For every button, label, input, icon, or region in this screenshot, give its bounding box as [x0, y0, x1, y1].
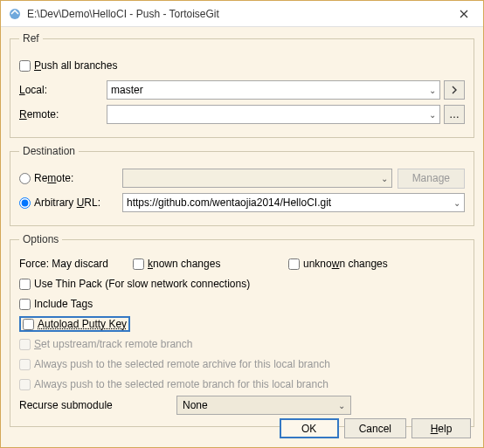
ref-group: Ref Push all branches Local: master ⌄ Re… [10, 32, 474, 138]
remote-ref-label: Remote: [19, 108, 107, 121]
destination-legend: Destination [19, 145, 79, 157]
options-group: Options Force: May discard known changes… [10, 233, 474, 427]
include-tags-checkbox[interactable]: Include Tags [19, 298, 93, 310]
push-all-branches-checkbox[interactable]: Push all branches [19, 59, 117, 72]
chevron-down-icon: ⌄ [453, 198, 460, 208]
options-legend: Options [19, 233, 62, 245]
arbitrary-url-radio[interactable]: Arbitrary URL: [19, 196, 107, 209]
recurse-submodule-select[interactable]: None ⌄ [176, 396, 351, 415]
chevron-down-icon: ⌄ [338, 401, 345, 410]
local-label: Local: [19, 84, 107, 96]
recurse-submodule-label: Recurse submodule [19, 399, 176, 411]
window-title: E:\Dev\Demo\HelloCI - Push - TortoiseGit [27, 8, 444, 20]
always-push-branch-checkbox: Always push to the selected remote branc… [19, 378, 328, 390]
dialog-footer: OK Cancel Help [280, 418, 471, 438]
manage-button: Manage [398, 169, 465, 189]
app-icon [8, 7, 22, 21]
recurse-submodule-value: None [183, 399, 208, 411]
cancel-button[interactable]: Cancel [344, 418, 406, 438]
destination-group: Destination Remote: ⌄ Manage Arbitrary U… [10, 145, 474, 226]
arbitrary-url-combo[interactable]: https://github.com/wentaojia2014/HelloCI… [122, 193, 465, 212]
ok-button[interactable]: OK [280, 418, 339, 438]
set-upstream-checkbox: Set upstream/track remote branch [19, 338, 192, 350]
titlebar: E:\Dev\Demo\HelloCI - Push - TortoiseGit [1, 1, 483, 27]
help-button[interactable]: Help [411, 418, 471, 438]
close-button[interactable] [444, 1, 483, 27]
chevron-down-icon: ⌄ [381, 174, 388, 183]
known-changes-checkbox[interactable]: known changes [133, 258, 273, 270]
remote-ref-combo[interactable]: ⌄ [107, 105, 440, 124]
always-push-archive-checkbox: Always push to the selected remote archi… [19, 358, 330, 370]
thin-pack-checkbox[interactable]: Use Thin Pack (For slow network connecti… [19, 278, 250, 290]
dialog-content: Ref Push all branches Local: master ⌄ Re… [1, 27, 483, 447]
destination-remote-radio[interactable]: Remote: [19, 172, 107, 184]
destination-remote-combo[interactable]: ⌄ [122, 169, 392, 188]
force-label: Force: May discard [19, 258, 133, 270]
autoload-putty-key-checkbox[interactable]: Autoload Putty Key [19, 316, 130, 332]
remote-ref-browse-button[interactable]: … [444, 105, 465, 124]
local-branch-value: master [111, 84, 143, 96]
local-branch-combo[interactable]: master ⌄ [107, 80, 440, 100]
ellipsis-icon: … [449, 108, 460, 121]
local-browse-button[interactable] [444, 80, 465, 100]
chevron-down-icon: ⌄ [429, 86, 436, 95]
unknown-changes-checkbox[interactable]: unknown changes [288, 258, 388, 270]
chevron-down-icon: ⌄ [429, 110, 436, 120]
push-dialog: E:\Dev\Demo\HelloCI - Push - TortoiseGit… [0, 0, 484, 448]
ref-legend: Ref [19, 32, 43, 45]
arbitrary-url-value: https://github.com/wentaojia2014/HelloCI… [127, 196, 331, 209]
